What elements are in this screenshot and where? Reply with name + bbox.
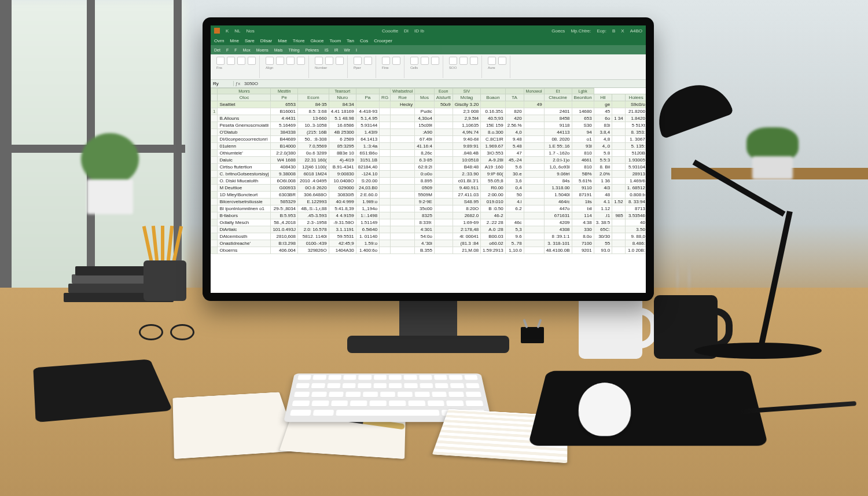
cell[interactable]: bil <box>572 205 594 212</box>
cell[interactable] <box>612 192 626 199</box>
row-header[interactable] <box>211 219 218 226</box>
cell[interactable]: 67.49i <box>415 136 435 143</box>
cell[interactable] <box>380 122 391 129</box>
cell[interactable]: 0509 <box>415 185 435 192</box>
cell[interactable]: 1.469/6 <box>625 178 646 185</box>
ribbon-button[interactable] <box>336 57 344 65</box>
cell[interactable]: A.0 :28 <box>481 226 506 233</box>
cell[interactable]: 50.. :8-308 <box>297 136 329 143</box>
cell[interactable] <box>524 185 544 192</box>
cell[interactable]: 10:0518 <box>453 157 480 164</box>
cell[interactable]: B:5.953 <box>271 212 298 219</box>
cell[interactable] <box>391 150 415 157</box>
cell[interactable]: B14000 <box>271 143 298 150</box>
cell[interactable] <box>524 108 544 115</box>
cell[interactable]: 0:o0o <box>415 171 435 178</box>
ribbon-button[interactable] <box>325 57 333 65</box>
cell[interactable]: 464/c <box>544 199 572 205</box>
cell[interactable]: 15E 159 <box>481 122 506 129</box>
cell[interactable]: c01.BI.3'1 <box>453 178 480 185</box>
cell[interactable]: 1 36 <box>594 178 612 185</box>
cell[interactable]: 85:3295 <box>329 143 356 150</box>
cell[interactable] <box>524 247 544 254</box>
cell[interactable] <box>612 247 626 254</box>
cell[interactable]: 55.05;8 <box>481 178 506 185</box>
cell[interactable]: 1.59:o <box>356 240 379 247</box>
column-group-header[interactable] <box>297 89 329 94</box>
ribbon-button[interactable] <box>382 57 390 65</box>
cell[interactable]: 810 <box>572 150 594 157</box>
cell[interactable]: B48:48 <box>453 164 480 171</box>
cell[interactable]: 1.52 <box>612 199 626 205</box>
cell[interactable]: 4,.0 <box>594 143 612 150</box>
cell[interactable] <box>434 247 453 254</box>
cell[interactable]: 1.9li9:o <box>356 199 379 205</box>
title-right[interactable]: Goecs <box>551 28 565 34</box>
cell[interactable] <box>380 143 391 150</box>
cell[interactable]: 49 <box>524 101 544 108</box>
cell[interactable] <box>391 226 415 233</box>
cell[interactable] <box>434 171 453 178</box>
title-right[interactable]: B <box>612 28 615 34</box>
cell[interactable]: 101.0.493J <box>271 226 298 233</box>
cell[interactable]: 41.16:4 <box>415 143 435 150</box>
cell[interactable] <box>524 150 544 157</box>
row-header[interactable] <box>211 233 218 240</box>
cell[interactable]: 9:00830 <box>329 171 356 178</box>
cell[interactable]: 820 <box>505 108 524 115</box>
cell[interactable]: 4661 <box>572 157 594 164</box>
submenu-item[interactable]: Det <box>214 48 220 52</box>
cell[interactable]: 2682.0 <box>453 212 480 219</box>
submenu-item[interactable]: IS <box>325 48 329 52</box>
ribbon-button[interactable] <box>248 57 256 65</box>
cell[interactable]: 5.5:3 <box>594 157 612 164</box>
cell[interactable]: 5.93144 <box>356 122 379 129</box>
cell[interactable]: 82184,40 <box>356 164 379 171</box>
cell[interactable]: 447o <box>544 205 572 212</box>
cell[interactable]: B :0.50 <box>481 205 506 212</box>
column-group-header[interactable]: Teansort <box>329 89 356 94</box>
cell[interactable]: DI/0conpeccoorrectonri <box>218 136 271 143</box>
cell[interactable] <box>434 136 453 143</box>
cell[interactable] <box>380 212 391 219</box>
cell[interactable] <box>612 226 626 233</box>
cell[interactable]: 6553 <box>271 101 298 108</box>
cell[interactable]: 4B 25300 <box>329 129 356 136</box>
row-header[interactable] <box>211 247 218 254</box>
name-box[interactable]: Ry <box>211 81 234 86</box>
cell[interactable]: B·tlabors <box>218 212 271 219</box>
column-header[interactable]: Ecom <box>297 94 329 101</box>
cell[interactable] <box>434 129 453 136</box>
cell[interactable] <box>391 171 415 178</box>
cell[interactable]: 45,-24 <box>505 157 524 164</box>
cell[interactable]: :A90 <box>415 129 435 136</box>
column-group-header[interactable]: Monowol <box>524 89 544 94</box>
cell[interactable] <box>380 171 391 178</box>
cell[interactable] <box>380 199 391 205</box>
cell[interactable] <box>434 143 453 150</box>
cell[interactable]: -124.10 <box>356 171 379 178</box>
cell[interactable] <box>391 185 415 192</box>
title-right[interactable]: Mp.Chtre: <box>571 28 591 34</box>
cell[interactable]: 5812. 1140i <box>297 233 329 240</box>
cell[interactable]: 44113 <box>544 129 572 136</box>
cell[interactable]: 7.0,5569 <box>297 143 329 150</box>
cell[interactable]: 1.43I9 <box>356 129 379 136</box>
cell[interactable] <box>434 157 453 164</box>
cell[interactable]: 8,26c <box>415 150 435 157</box>
cell[interactable]: B:I3.298 <box>271 240 298 247</box>
cell[interactable]: 1lis <box>572 199 594 205</box>
cell[interactable] <box>524 212 544 219</box>
cell[interactable] <box>524 219 544 226</box>
cell[interactable]: 94 <box>572 129 594 136</box>
cell[interactable]: Hecky <box>391 101 415 108</box>
cell[interactable] <box>612 129 626 136</box>
cell[interactable] <box>434 115 453 122</box>
cell[interactable]: B44689 <box>271 136 298 143</box>
cell[interactable]: 48 <box>594 192 612 199</box>
ribbon-button[interactable] <box>470 57 478 65</box>
cell[interactable] <box>524 129 544 136</box>
cell[interactable]: 5509M <box>415 192 435 199</box>
cell[interactable]: 45 <box>594 108 612 115</box>
cell[interactable]: 1.51149 <box>356 219 379 226</box>
